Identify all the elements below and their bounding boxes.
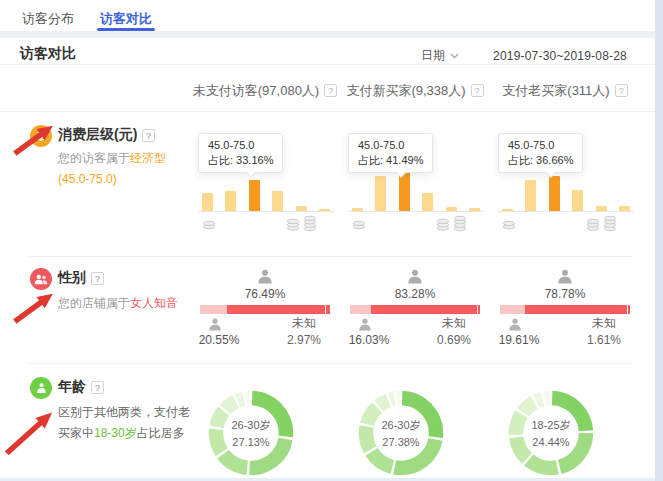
segment-column-headers: 未支付访客(97,080人)? 支付新买家(9,338人)? 支付老买家(311… — [0, 65, 655, 112]
gender-stacked-bar — [500, 305, 630, 314]
coin-stack-icon — [286, 216, 300, 231]
coin-stack-icon — [502, 218, 516, 230]
page-title: 访客对比 — [20, 45, 76, 63]
help-icon[interactable]: ? — [324, 84, 337, 97]
help-icon[interactable]: ? — [615, 84, 628, 97]
help-icon[interactable]: ? — [142, 129, 155, 142]
date-range-value[interactable]: 2019-07-30~2019-08-28 — [493, 49, 627, 63]
female-segment[interactable] — [525, 305, 627, 314]
age-bucket-label: 26-30岁 — [381, 418, 420, 433]
coins-small-icon — [502, 216, 516, 234]
donut-center-label: 18-25岁24.44% — [505, 387, 597, 479]
female-icon — [407, 269, 423, 284]
gender-chart-cell: 83.28%16.03%未知0.69% — [340, 256, 490, 363]
row-consumption-level: ¥ 消费层级(元) ? 您的访客属于经济型(45.0-75.0) 45.0-75… — [0, 112, 655, 256]
bar-chart-cell: 45.0-75.0占比: 36.66% — [490, 112, 640, 256]
unknown-block: 未知0.69% — [426, 315, 482, 349]
row-gender: 性别 ? 您的店铺属于女人知音 76.49%20.55%未知2.97% 83.2… — [0, 256, 655, 363]
tab-visitor-comparison[interactable]: 访客对比 — [100, 0, 152, 31]
help-icon[interactable]: ? — [471, 84, 484, 97]
donut-chart: 26-30岁27.38% — [355, 387, 447, 479]
tooltip-bin-label: 45.0-75.0 — [358, 138, 423, 153]
bar[interactable] — [202, 193, 213, 211]
donut-center-label: 26-30岁27.13% — [205, 387, 297, 479]
donut-center-label: 26-30岁27.38% — [355, 387, 447, 479]
help-icon[interactable]: ? — [91, 272, 104, 285]
comparison-panel: 访客对比 日期 2019-07-30~2019-08-28 未支付访客(97,0… — [0, 38, 655, 481]
bar[interactable] — [272, 191, 283, 211]
unknown-percent: 0.69% — [426, 332, 482, 349]
female-percent: 83.28% — [340, 287, 490, 301]
unknown-percent: 1.61% — [576, 332, 632, 349]
consumption-description: 您的访客属于经济型(45.0-75.0) — [58, 148, 190, 190]
section-divider-band — [0, 31, 655, 38]
date-controls: 日期 2019-07-30~2019-08-28 — [421, 47, 627, 64]
gender-stacked-bar — [200, 305, 330, 314]
coin-stack-icon — [303, 213, 317, 232]
female-segment[interactable] — [227, 305, 326, 314]
coin-stack-icon — [586, 216, 600, 231]
tab-visitor-distribution[interactable]: 访客分布 — [22, 0, 74, 31]
unknown-label: 未知 — [576, 315, 632, 332]
column-header-label: 支付新买家(9,338人) — [346, 83, 465, 98]
chart-tooltip: 45.0-75.0占比: 41.49% — [348, 133, 433, 173]
female-segment[interactable] — [371, 305, 478, 314]
bar[interactable] — [375, 176, 386, 211]
column-header-new-buyers: 支付新买家(9,338人)? — [340, 82, 490, 100]
tooltip-share-value: 占比: 33.16% — [208, 153, 273, 168]
bar[interactable] — [225, 191, 236, 211]
people-icon — [30, 268, 52, 290]
gender-stacked-bar — [350, 305, 480, 314]
female-icon — [257, 269, 273, 284]
page-background-strip — [655, 0, 663, 481]
person-icon — [30, 377, 52, 399]
date-dropdown-label: 日期 — [421, 47, 445, 64]
chart-tooltip: 45.0-75.0占比: 36.66% — [498, 133, 583, 173]
axis-line — [498, 211, 634, 212]
bar[interactable] — [422, 193, 433, 211]
unknown-label: 未知 — [426, 315, 482, 332]
female-percent: 78.78% — [490, 287, 640, 301]
age-description: 区别于其他两类，支付老买家中18-30岁占比居多 — [58, 402, 190, 444]
male-segment[interactable] — [350, 305, 371, 314]
bar-chart-cell: 45.0-75.0占比: 33.16% — [190, 112, 340, 256]
unknown-segment[interactable] — [628, 305, 630, 314]
tooltip-share-value: 占比: 41.49% — [358, 153, 423, 168]
age-bucket-percent: 24.44% — [532, 436, 569, 448]
panel-header: 访客对比 日期 2019-07-30~2019-08-28 — [0, 38, 655, 65]
highlighted-bar[interactable] — [549, 176, 560, 211]
coins-small-icon — [202, 216, 216, 234]
top-tab-bar: 访客分布 访客对比 — [0, 0, 655, 31]
gender-chart-cell: 78.78%19.61%未知1.61% — [490, 256, 640, 363]
age-bucket-label: 18-25岁 — [531, 418, 570, 433]
male-segment[interactable] — [500, 305, 525, 314]
donut-chart: 18-25岁24.44% — [505, 387, 597, 479]
gender-highlight: 女人知音 — [130, 296, 178, 310]
bar[interactable] — [525, 180, 536, 211]
bar[interactable] — [572, 190, 583, 211]
age-bucket-label: 26-30岁 — [231, 418, 270, 433]
column-header-repeat-buyers: 支付老买家(311人)? — [490, 82, 640, 100]
female-icon-wrap — [490, 269, 640, 284]
row-title: 性别 ? — [58, 269, 104, 287]
donut-chart-cell: 26-30岁27.13% — [190, 363, 340, 481]
help-icon[interactable]: ? — [91, 381, 104, 394]
coins-large-icon — [586, 213, 617, 232]
date-dropdown[interactable]: 日期 — [421, 47, 459, 64]
row-age: 年龄 ? 区别于其他两类，支付老买家中18-30岁占比居多 26-30岁27.1… — [0, 363, 655, 481]
male-percent: 20.55% — [190, 333, 248, 347]
highlighted-bar[interactable] — [249, 180, 260, 212]
chart-tooltip: 45.0-75.0占比: 33.16% — [198, 133, 283, 173]
tooltip-share-value: 占比: 36.66% — [508, 153, 573, 168]
unknown-segment[interactable] — [326, 305, 330, 314]
male-segment[interactable] — [200, 305, 227, 314]
male-icon — [358, 318, 372, 331]
female-icon-wrap — [190, 269, 340, 284]
coin-stack-icon — [453, 213, 467, 232]
unknown-block: 未知1.61% — [576, 315, 632, 349]
coin-stack-icon — [202, 218, 216, 230]
age-highlight: 18-30岁 — [94, 426, 137, 440]
tooltip-bin-label: 45.0-75.0 — [508, 138, 573, 153]
male-percent: 19.61% — [490, 333, 548, 347]
unknown-segment[interactable] — [478, 305, 480, 314]
